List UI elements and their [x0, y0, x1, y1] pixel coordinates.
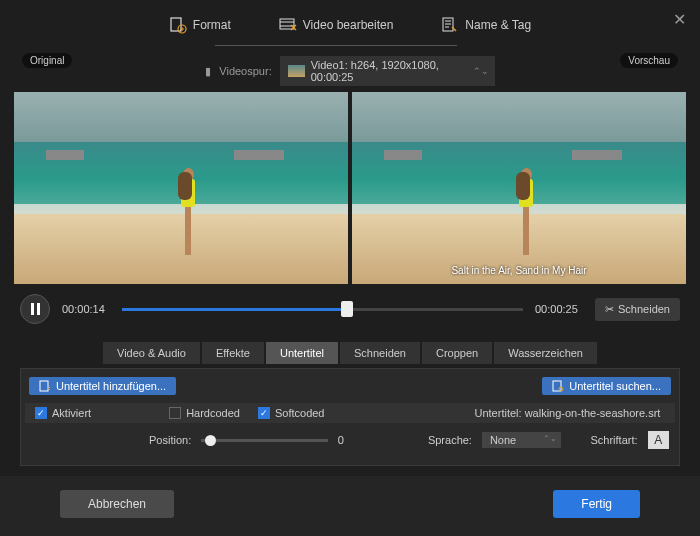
- scissors-icon: ✂: [605, 303, 614, 316]
- done-button[interactable]: Fertig: [553, 490, 640, 518]
- pause-icon: [31, 303, 40, 315]
- tab-format-label: Format: [193, 18, 231, 32]
- font-button[interactable]: A: [648, 431, 669, 449]
- language-label: Sprache:: [428, 434, 472, 446]
- add-subtitle-label: Untertitel hinzufügen...: [56, 380, 166, 392]
- cancel-button[interactable]: Abbrechen: [60, 490, 174, 518]
- subtitle-file-name: walking-on-the-seashore.srt: [525, 407, 661, 419]
- activated-checkbox[interactable]: ✓ Aktiviert: [35, 407, 91, 419]
- position-label: Position:: [149, 434, 191, 446]
- svg-rect-2: [280, 19, 294, 29]
- edit-tab-video-audio[interactable]: Video & Audio: [103, 342, 200, 364]
- edit-tab-watermark[interactable]: Wasserzeichen: [494, 342, 597, 364]
- position-slider[interactable]: [201, 439, 328, 442]
- checkbox-empty-icon: [169, 407, 181, 419]
- track-row: Original ▮ Videospur: Video1: h264, 1920…: [0, 50, 700, 92]
- tab-name-tag[interactable]: Name & Tag: [437, 12, 535, 38]
- track-select[interactable]: Video1: h264, 1920x1080, 00:00:25 ⌃⌄: [280, 56, 495, 86]
- track-value: Video1: h264, 1920x1080, 00:00:25: [311, 59, 475, 83]
- chevron-updown-icon: ⌃⌄: [473, 66, 489, 76]
- edit-tab-subtitle[interactable]: Untertitel: [266, 342, 338, 364]
- cut-label: Schneiden: [618, 303, 670, 315]
- edit-tab-cut[interactable]: Schneiden: [340, 342, 420, 364]
- edit-tabs: Video & Audio Effekte Untertitel Schneid…: [0, 334, 700, 368]
- track-thumb-icon: [288, 65, 305, 77]
- edit-tab-crop[interactable]: Croppen: [422, 342, 492, 364]
- checkbox-checked-icon: ✓: [35, 407, 47, 419]
- position-value: 0: [338, 434, 344, 446]
- search-subtitle-button[interactable]: Untertitel suchen...: [542, 377, 671, 395]
- position-thumb[interactable]: [205, 435, 216, 446]
- track-label: Videospur:: [219, 65, 271, 77]
- cut-button[interactable]: ✂ Schneiden: [595, 298, 680, 321]
- timeline-row: 00:00:14 00:00:25 ✂ Schneiden: [0, 284, 700, 334]
- original-label: Original: [22, 53, 72, 68]
- preview-video-pane[interactable]: Salt in the Air, Sand in My Hair: [352, 92, 686, 284]
- hardcoded-checkbox[interactable]: Hardcoded: [169, 407, 240, 419]
- tab-name-tag-label: Name & Tag: [465, 18, 531, 32]
- softcoded-checkbox[interactable]: ✓ Softcoded: [258, 407, 325, 419]
- svg-rect-0: [171, 18, 181, 31]
- hardcoded-label: Hardcoded: [186, 407, 240, 419]
- subtitle-file-label: Untertitel:: [475, 407, 522, 419]
- font-glyph: A: [654, 433, 662, 447]
- add-subtitle-icon: [39, 380, 51, 392]
- original-video-pane[interactable]: [14, 92, 348, 284]
- language-select[interactable]: None ⌃⌄: [482, 432, 561, 448]
- top-tabs: Format Video bearbeiten Name & Tag: [0, 0, 700, 50]
- chevron-updown-icon: ⌃⌄: [543, 434, 557, 443]
- total-time: 00:00:25: [535, 303, 583, 315]
- tab-video-edit[interactable]: Video bearbeiten: [275, 12, 398, 38]
- videospur-icon: ▮: [205, 65, 211, 78]
- add-subtitle-button[interactable]: Untertitel hinzufügen...: [29, 377, 176, 395]
- activated-label: Aktiviert: [52, 407, 91, 419]
- subtitle-overlay-text: Salt in the Air, Sand in My Hair: [352, 265, 686, 276]
- timeline-thumb[interactable]: [341, 301, 353, 317]
- svg-rect-5: [553, 381, 561, 391]
- timeline-slider[interactable]: [122, 299, 523, 319]
- subtitle-panel: Untertitel hinzufügen... Untertitel such…: [20, 368, 680, 466]
- softcoded-label: Softcoded: [275, 407, 325, 419]
- name-tag-icon: [441, 16, 459, 34]
- footer: Abbrechen Fertig: [0, 476, 700, 536]
- checkbox-checked-icon: ✓: [258, 407, 270, 419]
- preview-label: Vorschau: [620, 53, 678, 68]
- search-subtitle-icon: [552, 380, 564, 392]
- current-time: 00:00:14: [62, 303, 110, 315]
- preview-row: Salt in the Air, Sand in My Hair: [0, 92, 700, 284]
- tab-video-edit-label: Video bearbeiten: [303, 18, 394, 32]
- font-label: Schriftart:: [591, 434, 638, 446]
- tab-format[interactable]: Format: [165, 12, 235, 38]
- format-icon: [169, 16, 187, 34]
- pause-button[interactable]: [20, 294, 50, 324]
- search-subtitle-label: Untertitel suchen...: [569, 380, 661, 392]
- video-edit-icon: [279, 16, 297, 34]
- edit-tab-effects[interactable]: Effekte: [202, 342, 264, 364]
- language-value: None: [490, 434, 516, 446]
- subtitle-file-info: Untertitel: walking-on-the-seashore.srt: [475, 407, 661, 419]
